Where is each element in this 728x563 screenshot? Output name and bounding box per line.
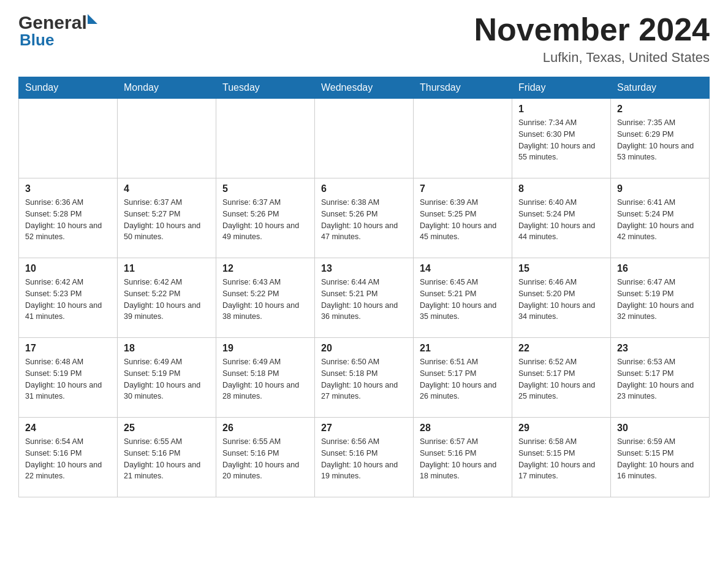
calendar-cell: 3Sunrise: 6:36 AMSunset: 5:28 PMDaylight… <box>19 178 118 258</box>
sun-info: Sunrise: 6:42 AMSunset: 5:22 PMDaylight:… <box>124 277 210 323</box>
calendar-cell: 22Sunrise: 6:52 AMSunset: 5:17 PMDayligh… <box>512 338 611 418</box>
calendar-cell: 11Sunrise: 6:42 AMSunset: 5:22 PMDayligh… <box>118 258 216 338</box>
calendar-week-row: 24Sunrise: 6:54 AMSunset: 5:16 PMDayligh… <box>19 418 710 497</box>
sun-info: Sunrise: 6:48 AMSunset: 5:19 PMDaylight:… <box>25 356 111 402</box>
sun-info: Sunrise: 6:36 AMSunset: 5:28 PMDaylight:… <box>25 197 111 243</box>
day-number: 8 <box>518 183 604 194</box>
calendar-cell: 6Sunrise: 6:38 AMSunset: 5:26 PMDaylight… <box>315 178 414 258</box>
sun-info: Sunrise: 6:56 AMSunset: 5:16 PMDaylight:… <box>321 436 407 482</box>
day-number: 13 <box>321 263 407 274</box>
day-number: 16 <box>617 263 703 274</box>
sun-info: Sunrise: 6:49 AMSunset: 5:19 PMDaylight:… <box>124 356 210 402</box>
sun-info: Sunrise: 6:55 AMSunset: 5:16 PMDaylight:… <box>124 436 210 482</box>
sun-info: Sunrise: 6:43 AMSunset: 5:22 PMDaylight:… <box>222 277 308 323</box>
calendar-header-row: Sunday Monday Tuesday Wednesday Thursday… <box>19 77 710 99</box>
header: General Blue November 2024 Lufkin, Texas… <box>18 12 710 66</box>
sun-info: Sunrise: 6:51 AMSunset: 5:17 PMDaylight:… <box>420 356 506 402</box>
col-monday: Monday <box>118 77 216 99</box>
day-number: 14 <box>420 263 506 274</box>
day-number: 18 <box>124 343 210 354</box>
location: Lufkin, Texas, United States <box>474 50 710 66</box>
calendar-week-row: 3Sunrise: 6:36 AMSunset: 5:28 PMDaylight… <box>19 178 710 258</box>
calendar-cell <box>118 99 216 178</box>
day-number: 17 <box>25 343 111 354</box>
day-number: 11 <box>124 263 210 274</box>
sun-info: Sunrise: 6:58 AMSunset: 5:15 PMDaylight:… <box>518 436 604 482</box>
day-number: 19 <box>222 343 308 354</box>
sun-info: Sunrise: 6:57 AMSunset: 5:16 PMDaylight:… <box>420 436 506 482</box>
calendar-cell: 12Sunrise: 6:43 AMSunset: 5:22 PMDayligh… <box>216 258 315 338</box>
day-number: 15 <box>518 263 604 274</box>
day-number: 24 <box>25 423 111 434</box>
logo-blue-text: Blue <box>20 31 54 50</box>
day-number: 5 <box>222 183 308 194</box>
day-number: 9 <box>617 183 703 194</box>
calendar-cell: 16Sunrise: 6:47 AMSunset: 5:19 PMDayligh… <box>611 258 710 338</box>
calendar-week-row: 1Sunrise: 7:34 AMSunset: 6:30 PMDaylight… <box>19 99 710 178</box>
calendar-cell: 8Sunrise: 6:40 AMSunset: 5:24 PMDaylight… <box>512 178 611 258</box>
col-tuesday: Tuesday <box>216 77 315 99</box>
day-number: 23 <box>617 343 703 354</box>
calendar-cell: 28Sunrise: 6:57 AMSunset: 5:16 PMDayligh… <box>414 418 512 497</box>
day-number: 22 <box>518 343 604 354</box>
sun-info: Sunrise: 6:52 AMSunset: 5:17 PMDaylight:… <box>518 356 604 402</box>
calendar-cell: 30Sunrise: 6:59 AMSunset: 5:15 PMDayligh… <box>611 418 710 497</box>
calendar-cell: 5Sunrise: 6:37 AMSunset: 5:26 PMDaylight… <box>216 178 315 258</box>
sun-info: Sunrise: 7:34 AMSunset: 6:30 PMDaylight:… <box>518 117 604 163</box>
calendar-cell: 1Sunrise: 7:34 AMSunset: 6:30 PMDaylight… <box>512 99 611 178</box>
sun-info: Sunrise: 7:35 AMSunset: 6:29 PMDaylight:… <box>617 117 703 163</box>
logo: General Blue <box>18 12 97 50</box>
day-number: 6 <box>321 183 407 194</box>
day-number: 29 <box>518 423 604 434</box>
sun-info: Sunrise: 6:59 AMSunset: 5:15 PMDaylight:… <box>617 436 703 482</box>
day-number: 27 <box>321 423 407 434</box>
calendar-cell: 24Sunrise: 6:54 AMSunset: 5:16 PMDayligh… <box>19 418 118 497</box>
month-title: November 2024 <box>474 12 710 47</box>
calendar-cell: 19Sunrise: 6:49 AMSunset: 5:18 PMDayligh… <box>216 338 315 418</box>
day-number: 3 <box>25 183 111 194</box>
calendar-cell: 25Sunrise: 6:55 AMSunset: 5:16 PMDayligh… <box>118 418 216 497</box>
day-number: 30 <box>617 423 703 434</box>
sun-info: Sunrise: 6:40 AMSunset: 5:24 PMDaylight:… <box>518 197 604 243</box>
calendar-cell: 18Sunrise: 6:49 AMSunset: 5:19 PMDayligh… <box>118 338 216 418</box>
sun-info: Sunrise: 6:53 AMSunset: 5:17 PMDaylight:… <box>617 356 703 402</box>
sun-info: Sunrise: 6:50 AMSunset: 5:18 PMDaylight:… <box>321 356 407 402</box>
sun-info: Sunrise: 6:47 AMSunset: 5:19 PMDaylight:… <box>617 277 703 323</box>
sun-info: Sunrise: 6:37 AMSunset: 5:26 PMDaylight:… <box>222 197 308 243</box>
sun-info: Sunrise: 6:39 AMSunset: 5:25 PMDaylight:… <box>420 197 506 243</box>
calendar-cell: 7Sunrise: 6:39 AMSunset: 5:25 PMDaylight… <box>414 178 512 258</box>
calendar-cell <box>19 99 118 178</box>
calendar-cell <box>315 99 414 178</box>
calendar-cell: 14Sunrise: 6:45 AMSunset: 5:21 PMDayligh… <box>414 258 512 338</box>
calendar-cell: 17Sunrise: 6:48 AMSunset: 5:19 PMDayligh… <box>19 338 118 418</box>
day-number: 10 <box>25 263 111 274</box>
calendar-cell: 13Sunrise: 6:44 AMSunset: 5:21 PMDayligh… <box>315 258 414 338</box>
day-number: 7 <box>420 183 506 194</box>
day-number: 28 <box>420 423 506 434</box>
sun-info: Sunrise: 6:37 AMSunset: 5:27 PMDaylight:… <box>124 197 210 243</box>
calendar-cell <box>414 99 512 178</box>
calendar-cell: 10Sunrise: 6:42 AMSunset: 5:23 PMDayligh… <box>19 258 118 338</box>
title-area: November 2024 Lufkin, Texas, United Stat… <box>474 12 710 66</box>
calendar-cell: 29Sunrise: 6:58 AMSunset: 5:15 PMDayligh… <box>512 418 611 497</box>
calendar-cell: 26Sunrise: 6:55 AMSunset: 5:16 PMDayligh… <box>216 418 315 497</box>
sun-info: Sunrise: 6:41 AMSunset: 5:24 PMDaylight:… <box>617 197 703 243</box>
calendar-week-row: 10Sunrise: 6:42 AMSunset: 5:23 PMDayligh… <box>19 258 710 338</box>
sun-info: Sunrise: 6:44 AMSunset: 5:21 PMDaylight:… <box>321 277 407 323</box>
sun-info: Sunrise: 6:38 AMSunset: 5:26 PMDaylight:… <box>321 197 407 243</box>
logo-general-text: General <box>18 12 87 33</box>
calendar-cell: 27Sunrise: 6:56 AMSunset: 5:16 PMDayligh… <box>315 418 414 497</box>
sun-info: Sunrise: 6:45 AMSunset: 5:21 PMDaylight:… <box>420 277 506 323</box>
day-number: 2 <box>617 104 703 115</box>
col-sunday: Sunday <box>19 77 118 99</box>
day-number: 12 <box>222 263 308 274</box>
day-number: 1 <box>518 104 604 115</box>
day-number: 25 <box>124 423 210 434</box>
col-saturday: Saturday <box>611 77 710 99</box>
day-number: 21 <box>420 343 506 354</box>
calendar-cell: 23Sunrise: 6:53 AMSunset: 5:17 PMDayligh… <box>611 338 710 418</box>
calendar-week-row: 17Sunrise: 6:48 AMSunset: 5:19 PMDayligh… <box>19 338 710 418</box>
calendar-cell: 4Sunrise: 6:37 AMSunset: 5:27 PMDaylight… <box>118 178 216 258</box>
day-number: 4 <box>124 183 210 194</box>
col-thursday: Thursday <box>414 77 512 99</box>
